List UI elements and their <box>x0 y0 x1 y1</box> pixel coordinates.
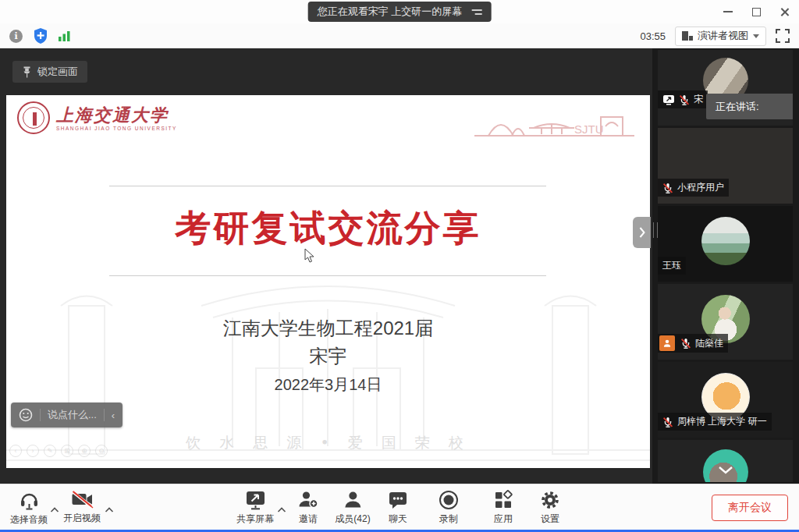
view-mode-button[interactable]: 演讲者视图 <box>675 27 766 46</box>
record-icon <box>439 490 459 510</box>
participant-name: 周梓博 上海大学 研一 <box>677 415 767 428</box>
presenter-controls: ‹ › ✎ ⊞ ⊕ ⊖ <box>9 445 108 457</box>
speaking-tooltip: 正在讲话: <box>706 94 793 119</box>
lock-view-button[interactable]: 锁定画面 <box>12 61 87 83</box>
audio-options-chevron[interactable] <box>51 502 59 516</box>
muted-mic-icon <box>680 338 691 349</box>
participant-tile[interactable]: 宋 正在讲话: <box>658 50 793 126</box>
close-button[interactable] <box>776 3 793 20</box>
prev-slide-icon: ‹ <box>9 445 22 457</box>
record-label: 录制 <box>439 512 458 526</box>
audio-label: 选择音频 <box>10 513 48 527</box>
more-options-icon: ⊖ <box>95 445 108 457</box>
headset-icon <box>19 490 40 511</box>
participant-tile[interactable]: 王珏 <box>658 206 793 282</box>
sjtu-logo-chinese: 上海交通大学 <box>56 105 177 124</box>
bottom-toolbar: 选择音频 开启视频 共享屏幕 <box>0 484 799 530</box>
invite-label: 邀请 <box>299 512 318 526</box>
security-shield-icon[interactable] <box>34 28 48 44</box>
next-slide-icon: › <box>27 445 39 457</box>
members-button[interactable]: 成员(42) <box>335 490 370 526</box>
slide-title: 考研复试交流分享 <box>6 204 650 253</box>
sjtu-logo-english: SHANGHAI JIAO TONG UNIVERSITY <box>56 126 177 131</box>
video-button[interactable]: 开启视频 <box>63 490 101 525</box>
participant-name: 王珏 <box>662 259 681 272</box>
chat-label: 聊天 <box>389 512 407 526</box>
sidebar-collapse-tab[interactable] <box>633 217 651 248</box>
minimize-button[interactable] <box>719 3 737 20</box>
mouse-cursor <box>304 248 314 263</box>
meeting-info-icon[interactable]: i <box>9 30 23 43</box>
speaker-view-icon <box>682 31 693 41</box>
chevron-right-icon <box>639 227 645 238</box>
slide-divider-bottom <box>109 275 546 276</box>
video-label: 开启视频 <box>63 512 101 525</box>
leave-meeting-button[interactable]: 离开会议 <box>712 495 788 521</box>
video-options-chevron[interactable] <box>105 502 114 516</box>
emoji-icon[interactable] <box>19 408 33 422</box>
apps-label: 应用 <box>494 512 513 526</box>
scroll-participants-down-button[interactable] <box>718 463 733 477</box>
sjtu-logo: 上海交通大学 SHANGHAI JIAO TONG UNIVERSITY <box>17 101 177 134</box>
zoom-icon: ⊕ <box>78 445 91 457</box>
meeting-window: 您正在观看宋宇 上交研一的屏幕 i 03:55 <box>0 0 799 532</box>
collapse-chat-icon[interactable]: ‹ <box>112 410 115 421</box>
share-screen-label: 共享屏幕 <box>236 512 274 526</box>
chat-button[interactable]: 聊天 <box>388 490 408 526</box>
members-icon <box>343 490 363 510</box>
divider <box>40 409 41 421</box>
meeting-timer: 03:55 <box>640 30 666 42</box>
shared-screen-area: 锁定画面 上海交通大学 <box>0 48 652 484</box>
share-screen-icon <box>245 490 266 510</box>
network-signal-icon[interactable] <box>59 30 71 41</box>
maximize-button[interactable] <box>748 3 765 20</box>
muted-mic-icon <box>662 417 673 427</box>
record-button[interactable]: 录制 <box>439 490 459 526</box>
participant-tile[interactable]: 小程序用户 <box>658 128 793 204</box>
apps-grid-icon <box>493 490 513 510</box>
speaking-tooltip-label: 正在讲话: <box>716 100 759 114</box>
muted-mic-icon <box>679 94 690 105</box>
sjtu-right-logo-text: SJTU <box>574 122 604 136</box>
invite-button[interactable]: 邀请 <box>298 490 319 526</box>
gear-icon <box>540 490 560 510</box>
participant-name: 小程序用户 <box>677 181 724 194</box>
quick-chat-bar[interactable]: 说点什么... ‹ <box>11 403 123 427</box>
muted-mic-icon <box>662 183 673 193</box>
sidebar-drag-handle[interactable] <box>653 222 658 238</box>
chevron-down-icon <box>718 466 733 474</box>
apps-button[interactable]: 应用 <box>493 490 513 526</box>
participant-tile[interactable]: 周梓博 上海大学 研一 <box>658 362 793 438</box>
camera-off-icon <box>71 490 94 509</box>
fullscreen-icon[interactable] <box>776 29 790 43</box>
banner-menu-icon[interactable] <box>471 9 481 15</box>
invite-person-icon <box>298 490 319 510</box>
settings-button[interactable]: 设置 <box>540 490 560 526</box>
view-mode-label: 演讲者视图 <box>698 29 748 43</box>
participant-name: 宋 <box>694 93 703 106</box>
title-bar: 您正在观看宋宇 上交研一的屏幕 <box>0 0 799 23</box>
watching-banner[interactable]: 您正在观看宋宇 上交研一的屏幕 <box>308 2 492 22</box>
slide-subtitle-school: 江南大学生物工程2021届 <box>6 316 650 341</box>
watching-label: 您正在观看宋宇 上交研一的屏幕 <box>318 5 463 19</box>
chat-bubble-icon <box>388 490 408 510</box>
participant-name: 陆燊佳 <box>695 337 723 350</box>
share-options-chevron[interactable] <box>278 502 286 516</box>
members-label: 成员(42) <box>335 512 370 526</box>
slide-date: 2022年3月14日 <box>6 374 650 395</box>
audio-button[interactable]: 选择音频 <box>10 490 48 527</box>
chat-input-placeholder[interactable]: 说点什么... <box>48 408 97 422</box>
show-slides-icon: ⊞ <box>61 445 73 457</box>
host-badge-icon <box>659 335 675 351</box>
divider <box>104 409 105 421</box>
window-controls <box>719 0 793 23</box>
pin-icon <box>22 66 32 78</box>
close-icon <box>779 7 790 17</box>
sjtu-seal-icon <box>17 101 50 134</box>
share-screen-button[interactable]: 共享屏幕 <box>236 490 274 526</box>
slide-subtitle-name: 宋宇 <box>6 344 650 369</box>
pen-icon: ✎ <box>44 445 56 457</box>
settings-label: 设置 <box>541 512 559 526</box>
participant-tile[interactable]: 陆燊佳 <box>658 284 793 360</box>
slide-divider-top <box>109 186 546 186</box>
